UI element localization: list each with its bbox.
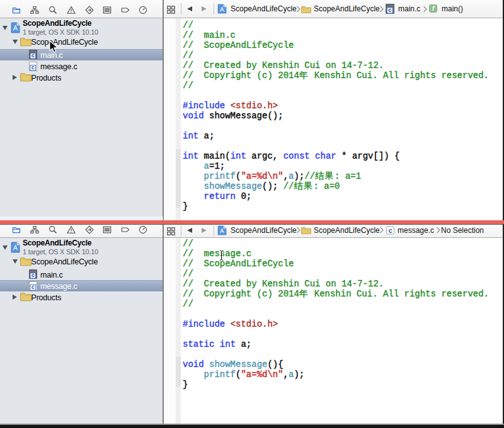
svg-text:c: c <box>389 227 392 234</box>
svg-text:c: c <box>32 284 35 290</box>
svg-text:c: c <box>388 7 391 13</box>
svg-text:c: c <box>32 64 35 70</box>
svg-text:c: c <box>32 52 35 59</box>
svg-text:c: c <box>32 272 35 278</box>
